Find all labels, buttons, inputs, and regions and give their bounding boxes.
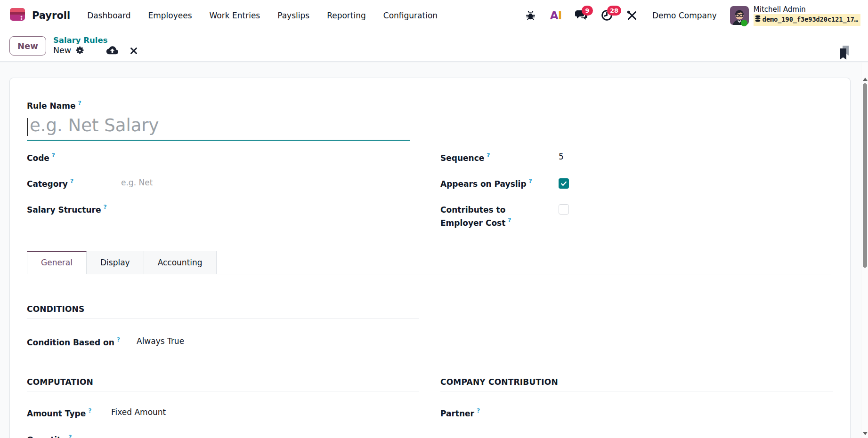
- code-row: Code?: [27, 148, 419, 174]
- company-switcher[interactable]: Demo Company: [652, 11, 717, 20]
- condition-based-on-label: Condition Based on?: [27, 336, 137, 347]
- messages-count-badge: 9: [582, 6, 593, 16]
- breadcrumb-current: New: [53, 46, 71, 56]
- sequence-row: Sequence? 5: [440, 148, 833, 174]
- tab-accounting[interactable]: Accounting: [144, 251, 217, 274]
- control-panel: New Salary Rules New: [0, 31, 868, 62]
- help-icon[interactable]: ?: [529, 177, 532, 184]
- lower-sections: COMPUTATION Amount Type? Fixed Amount Qu…: [27, 377, 831, 438]
- help-icon[interactable]: ?: [487, 151, 490, 159]
- vertical-scrollbar[interactable]: [861, 63, 868, 438]
- breadcrumb-salary-rules-link[interactable]: Salary Rules: [53, 36, 138, 46]
- partner-label: Partner?: [440, 407, 480, 418]
- ai-assistant-icon[interactable]: AI: [549, 8, 563, 24]
- online-status-dot: [741, 20, 747, 26]
- tools-icon[interactable]: [625, 8, 639, 24]
- category-input[interactable]: [121, 178, 262, 187]
- code-input[interactable]: [121, 152, 262, 161]
- condition-based-on-value[interactable]: Always True: [137, 336, 184, 347]
- company-contribution-title: COMPANY CONTRIBUTION: [440, 377, 833, 387]
- condition-based-on-row: Condition Based on? Always True: [27, 336, 419, 347]
- text-cursor: [27, 118, 28, 136]
- form-left-group: Code? Category? Salary Structure?: [27, 148, 419, 229]
- payroll-app-icon: [8, 6, 26, 25]
- computation-title: COMPUTATION: [27, 377, 419, 387]
- tab-display[interactable]: Display: [87, 251, 144, 274]
- rule-name-label: Rule Name?: [27, 101, 81, 111]
- form-top-grid: Code? Category? Salary Structure? Sequen…: [27, 148, 831, 229]
- company-contribution-section: COMPANY CONTRIBUTION Partner?: [440, 377, 833, 438]
- help-icon[interactable]: ?: [68, 433, 72, 438]
- new-button[interactable]: New: [9, 36, 46, 56]
- amount-type-value[interactable]: Fixed Amount: [111, 407, 166, 418]
- appears-on-payslip-label: Appears on Payslip?: [440, 178, 559, 189]
- debug-bug-icon[interactable]: [523, 8, 537, 24]
- sequence-value[interactable]: 5: [559, 152, 564, 161]
- amount-type-label: Amount Type?: [27, 407, 111, 418]
- database-badge: demo_190_f3e93d20c121_17…: [754, 14, 860, 25]
- contributes-row: Contributes to Employer Cost?: [440, 200, 833, 229]
- quantity-label: Quantity?: [27, 434, 111, 438]
- rule-name-field: Rule Name?: [27, 100, 831, 141]
- rule-name-input[interactable]: [27, 115, 410, 141]
- conditions-section: CONDITIONS Condition Based on? Always Tr…: [27, 304, 419, 347]
- menu-item-payslips[interactable]: Payslips: [277, 11, 309, 20]
- menu-item-dashboard[interactable]: Dashboard: [87, 11, 130, 20]
- help-icon[interactable]: ?: [78, 99, 81, 106]
- salary-structure-label: Salary Structure?: [27, 204, 121, 215]
- sequence-label: Sequence?: [440, 152, 559, 163]
- help-icon[interactable]: ?: [477, 407, 480, 414]
- help-icon[interactable]: ?: [52, 151, 55, 159]
- bookmark-icon[interactable]: [838, 45, 851, 62]
- discard-x-icon[interactable]: [130, 47, 138, 55]
- appears-on-payslip-row: Appears on Payslip?: [440, 174, 833, 200]
- help-icon[interactable]: ?: [508, 216, 511, 223]
- contributes-checkbox[interactable]: [559, 204, 569, 215]
- code-label: Code?: [27, 152, 121, 163]
- messages-icon[interactable]: 9: [574, 8, 588, 24]
- tab-general[interactable]: General: [27, 251, 87, 274]
- form-right-group: Sequence? 5 Appears on Payslip? Contribu…: [440, 148, 833, 229]
- menu-item-employees[interactable]: Employees: [148, 11, 192, 20]
- conditions-title: CONDITIONS: [27, 304, 419, 314]
- help-icon[interactable]: ?: [117, 336, 120, 343]
- breadcrumb: Salary Rules New: [53, 36, 138, 56]
- app-name[interactable]: Payroll: [32, 10, 70, 21]
- contributes-label: Contributes to Employer Cost?: [440, 204, 559, 229]
- salary-structure-row: Salary Structure?: [27, 200, 419, 226]
- scroll-up-arrow[interactable]: [863, 78, 868, 81]
- partner-row: Partner?: [440, 407, 833, 418]
- main-menu: Dashboard Employees Work Entries Payslip…: [87, 11, 438, 20]
- help-icon[interactable]: ?: [88, 407, 91, 414]
- scrollbar-thumb[interactable]: [863, 83, 867, 268]
- appears-on-payslip-checkbox[interactable]: [559, 178, 569, 189]
- scroll-down-arrow[interactable]: [863, 432, 868, 435]
- help-icon[interactable]: ?: [70, 177, 73, 184]
- menu-item-configuration[interactable]: Configuration: [383, 11, 438, 20]
- main-content: Rule Name? Code? Category? Salary Struct…: [0, 62, 868, 438]
- category-row: Category?: [27, 174, 419, 200]
- menu-item-reporting[interactable]: Reporting: [327, 11, 366, 20]
- actions-gear-icon[interactable]: [75, 46, 84, 55]
- database-name: demo_190_f3e93d20c121_17…: [763, 16, 858, 24]
- activities-clock-icon[interactable]: 28: [600, 8, 614, 24]
- amount-type-row: Amount Type? Fixed Amount: [27, 407, 419, 418]
- salary-structure-input[interactable]: [121, 204, 262, 213]
- help-icon[interactable]: ?: [103, 203, 106, 210]
- salary-rule-form-sheet: Rule Name? Code? Category? Salary Struct…: [9, 78, 851, 438]
- user-name: Mitchell Admin: [754, 5, 860, 14]
- database-icon: [755, 15, 761, 24]
- navbar-systray: AI 9 28 Demo Company: [523, 5, 860, 26]
- notebook-tabs: General Display Accounting: [27, 251, 831, 274]
- category-label: Category?: [27, 178, 121, 189]
- computation-section: COMPUTATION Amount Type? Fixed Amount Qu…: [27, 377, 419, 438]
- user-menu[interactable]: Mitchell Admin demo_190_f3e93d20c121_17…: [730, 5, 860, 26]
- app-switcher[interactable]: Payroll: [8, 6, 70, 25]
- menu-item-work-entries[interactable]: Work Entries: [210, 11, 260, 20]
- quantity-row: Quantity?: [27, 434, 419, 438]
- top-navbar: Payroll Dashboard Employees Work Entries…: [0, 0, 868, 31]
- activities-count-badge: 28: [607, 6, 621, 16]
- save-cloud-icon[interactable]: [106, 46, 119, 56]
